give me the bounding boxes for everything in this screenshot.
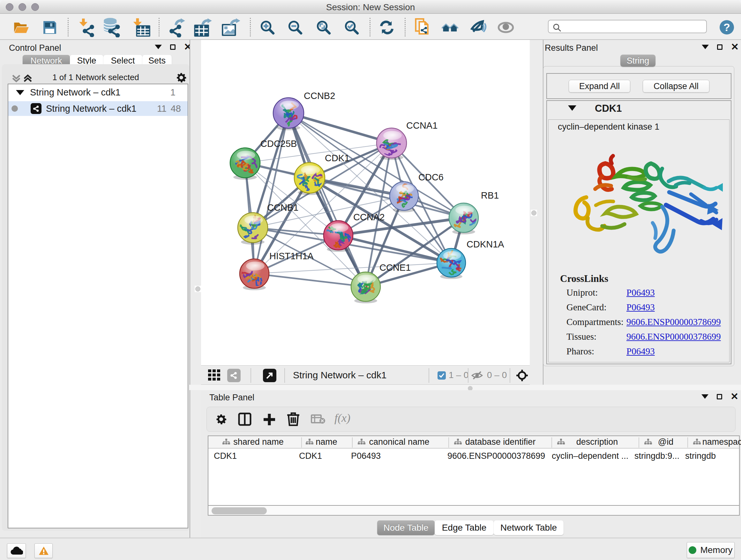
svg-text:CDKN1A: CDKN1A xyxy=(467,239,504,249)
svg-text:CCNA1: CCNA1 xyxy=(406,120,437,131)
svg-text:CDC25B: CDC25B xyxy=(260,138,297,149)
svg-text:CDC6: CDC6 xyxy=(418,172,444,182)
svg-text:RB1: RB1 xyxy=(481,190,499,200)
svg-text:CCNB2: CCNB2 xyxy=(304,91,335,101)
svg-text:CCNE1: CCNE1 xyxy=(380,262,411,273)
svg-text:HIST1H1A: HIST1H1A xyxy=(269,251,314,261)
svg-text:CDK1: CDK1 xyxy=(325,153,349,163)
svg-text:CCNA2: CCNA2 xyxy=(353,212,385,222)
svg-text:CCNB1: CCNB1 xyxy=(267,202,298,212)
